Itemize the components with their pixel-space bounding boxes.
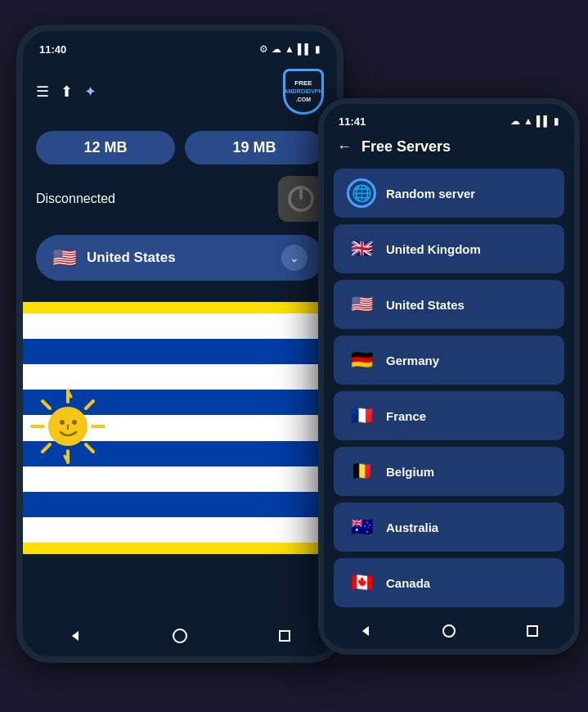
server-name-fr: France — [386, 409, 426, 423]
connection-status-row: Disconnected — [36, 176, 324, 222]
server-item-ca[interactable]: 🇨🇦 Canada — [334, 558, 564, 607]
app-logo: FREE ANDROIDVPN .COM — [283, 69, 324, 115]
phone2-cloud-icon: ☁ — [510, 115, 520, 127]
home-nav-button[interactable] — [168, 624, 191, 647]
power-button[interactable] — [278, 176, 324, 222]
stripe-blue-1 — [16, 339, 343, 364]
phone2-home-button[interactable] — [438, 620, 460, 642]
phone2-statusbar: 11:41 ☁ ▲ ▌▌ ▮ — [324, 104, 574, 132]
back-nav-icon — [67, 628, 83, 644]
uruguay-sun — [23, 381, 113, 475]
stripe-white-1 — [16, 313, 343, 339]
phone1-header: ☰ ⬆ ✦ FREE ANDROIDVPN .COM — [36, 69, 324, 115]
country-selector[interactable]: 🇺🇸 United States ⌄ — [36, 235, 324, 281]
phone2-recent-icon — [525, 624, 540, 638]
screen-title: Free Servers — [361, 138, 451, 155]
phone2-signal-icon: ▌▌ — [536, 115, 550, 127]
app-scene: 11:40 ⚙ ☁ ▲ ▌▌ ▮ ☰ ⬆ ✦ FRE — [0, 0, 588, 712]
server-name-us: United States — [386, 298, 465, 312]
download-data-pill: 12 MB — [36, 131, 175, 164]
phone1-time: 11:40 — [39, 43, 66, 56]
phone1-notch — [123, 31, 237, 49]
shield-logo: FREE ANDROIDVPN .COM — [283, 69, 324, 115]
phone1-main-content: ☰ ⬆ ✦ FREE ANDROIDVPN .COM 12 MB — [23, 61, 337, 302]
flag-be: 🇧🇪 — [347, 457, 376, 486]
header-left-icons: ☰ ⬆ ✦ — [36, 83, 97, 101]
svg-point-16 — [443, 625, 455, 637]
phone2-navbar — [324, 613, 574, 649]
connection-status-text: Disconnected — [36, 192, 115, 206]
server-name-uk: United Kingdom — [386, 242, 481, 256]
logo-text: FREE ANDROIDVPN .COM — [284, 79, 322, 104]
wifi-icon: ▲ — [285, 43, 294, 55]
phone2-wifi-icon: ▲ — [523, 115, 533, 127]
cloud-icon: ☁ — [272, 43, 281, 55]
power-icon — [285, 183, 316, 214]
sun-eye-right — [72, 420, 77, 425]
svg-marker-12 — [72, 631, 79, 641]
share-icon[interactable]: ⬆ — [61, 83, 73, 101]
back-button[interactable]: ← — [337, 138, 352, 155]
flag-top-yellow — [16, 302, 343, 313]
flag-au: 🇦🇺 — [347, 512, 376, 542]
phone2-time: 11:41 — [339, 115, 366, 128]
signal-icon: ▌▌ — [298, 43, 312, 55]
upload-data-pill: 19 MB — [185, 131, 324, 164]
flag-de: 🇩🇪 — [347, 345, 376, 375]
server-name-de: Germany — [386, 354, 439, 367]
svg-line-9 — [86, 444, 93, 452]
flag-fr: 🇫🇷 — [347, 401, 376, 430]
settings-icon: ⚙ — [259, 43, 268, 55]
svg-rect-17 — [527, 626, 537, 636]
flag-bottom-yellow — [16, 543, 343, 554]
phone1-status-icons: ⚙ ☁ ▲ ▌▌ ▮ — [259, 43, 321, 55]
phone1-navbar — [23, 615, 337, 656]
server-item-us[interactable]: 🇺🇸 United States — [334, 280, 564, 329]
server-item-fr[interactable]: 🇫🇷 France — [334, 391, 564, 440]
menu-icon[interactable]: ☰ — [36, 83, 49, 101]
phone2-recent-button[interactable] — [521, 620, 544, 642]
svg-line-6 — [43, 401, 50, 408]
phone2-battery-icon: ▮ — [554, 115, 559, 127]
recent-nav-icon — [276, 628, 293, 644]
phone2-header: ← Free Servers — [324, 132, 574, 162]
server-name-be: Belgium — [386, 465, 434, 479]
sun-eye-left — [60, 420, 65, 425]
svg-marker-15 — [362, 626, 369, 636]
phone2-home-icon — [442, 624, 456, 638]
sun-svg — [23, 381, 113, 471]
server-list: 🌐 Random server 🇬🇧 United Kingdom 🇺🇸 Uni… — [324, 162, 574, 655]
svg-rect-1 — [299, 188, 303, 200]
svg-rect-14 — [280, 631, 290, 641]
home-nav-icon — [172, 628, 188, 644]
server-item-de[interactable]: 🇩🇪 Germany — [334, 336, 564, 385]
back-nav-button[interactable] — [64, 624, 87, 647]
phone2-device: 11:41 ☁ ▲ ▌▌ ▮ ← Free Servers 🌐 Random s… — [318, 98, 580, 655]
stripe-blue-4 — [16, 492, 343, 517]
flag-us: 🇺🇸 — [347, 290, 376, 319]
svg-line-8 — [43, 444, 50, 452]
flag-banner — [16, 302, 343, 554]
server-name-random: Random server — [386, 187, 475, 201]
recent-nav-button[interactable] — [273, 624, 296, 647]
data-usage-row: 12 MB 19 MB — [36, 131, 324, 164]
server-item-be[interactable]: 🇧🇪 Belgium — [334, 447, 564, 496]
server-name-au: Australia — [386, 520, 438, 534]
flag-uk: 🇬🇧 — [347, 234, 376, 264]
random-server-icon: 🌐 — [347, 178, 376, 208]
phone1-device: 11:40 ⚙ ☁ ▲ ▌▌ ▮ ☰ ⬆ ✦ FRE — [16, 25, 343, 663]
flag-body — [16, 313, 343, 543]
svg-line-7 — [86, 401, 93, 408]
svg-point-13 — [173, 629, 186, 642]
dropdown-chevron[interactable]: ⌄ — [281, 245, 307, 271]
server-item-random[interactable]: 🌐 Random server — [334, 169, 564, 218]
star-icon[interactable]: ✦ — [84, 83, 97, 101]
selected-country-name: United States — [87, 250, 272, 266]
selected-country-flag: 🇺🇸 — [52, 246, 77, 269]
phone2-back-button[interactable] — [354, 620, 377, 642]
stripe-white-5 — [16, 517, 343, 543]
server-item-uk[interactable]: 🇬🇧 United Kingdom — [334, 224, 564, 273]
flag-ca: 🇨🇦 — [347, 568, 376, 597]
server-item-au[interactable]: 🇦🇺 Australia — [334, 502, 564, 552]
battery-icon: ▮ — [315, 43, 321, 55]
